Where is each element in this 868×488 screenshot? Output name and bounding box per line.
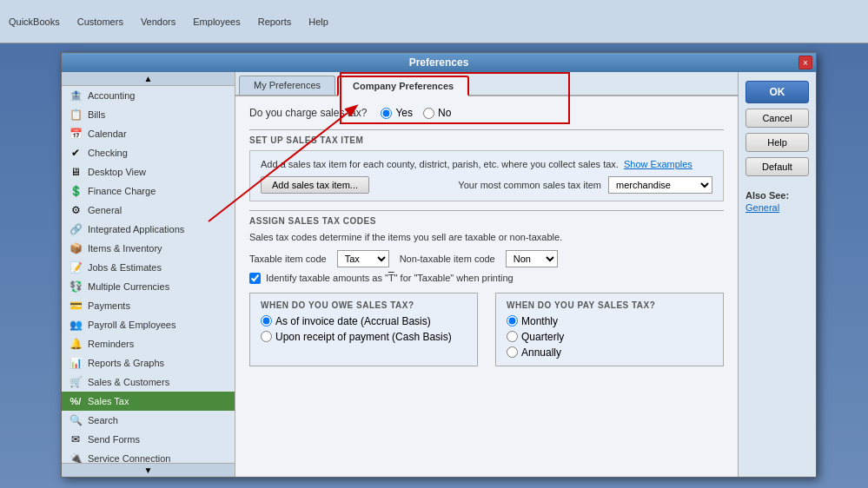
- sidebar-item-label: Checking: [88, 148, 128, 158]
- payments-icon: 💳: [69, 299, 83, 313]
- form-area: Do you charge sales tax? Yes No: [235, 96, 738, 477]
- accrual-basis-option[interactable]: As of invoice date (Accrual Basis): [261, 315, 467, 327]
- sidebar-item-items-inventory[interactable]: 📦 Items & Inventory: [62, 239, 235, 258]
- yes-label[interactable]: Yes: [395, 107, 413, 119]
- top-bar-item: Vendors: [141, 16, 176, 27]
- assign-section: ASSIGN SALES TAX CODES Sales tax codes d…: [249, 210, 724, 283]
- sidebar-item-payroll[interactable]: 👥 Payroll & Employees: [62, 315, 235, 334]
- non-taxable-item-dropdown[interactable]: Non: [506, 250, 558, 267]
- sales-icon: 🛒: [69, 375, 83, 389]
- common-tax-dropdown[interactable]: merchandise: [608, 176, 712, 194]
- sidebar-item-label: Integrated Applications: [88, 224, 184, 234]
- top-bar-item: Help: [308, 16, 328, 27]
- sidebar-item-reports[interactable]: 📊 Reports & Graphs: [62, 353, 235, 373]
- sidebar-item-search[interactable]: 🔍 Search: [62, 411, 235, 430]
- sidebar-item-label: Jobs & Estimates: [88, 262, 162, 273]
- show-examples-link[interactable]: Show Examples: [624, 159, 692, 169]
- annually-option[interactable]: Annually: [507, 346, 712, 359]
- jobs-icon: 📝: [69, 260, 83, 274]
- sidebar-item-finance-charge[interactable]: 💲 Finance Charge: [62, 181, 235, 201]
- cancel-button[interactable]: Cancel: [745, 109, 809, 128]
- sidebar-item-label: Desktop View: [88, 167, 146, 177]
- sidebar-item-reminders[interactable]: 🔔 Reminders: [62, 334, 235, 353]
- calendar-icon: 📅: [69, 127, 83, 141]
- sidebar-item-jobs-estimates[interactable]: 📝 Jobs & Estimates: [62, 258, 235, 277]
- payroll-icon: 👥: [69, 318, 83, 332]
- preferences-dialog: Preferences × ▲ 🏦 Accounting 📋 Bills 📅 C…: [61, 52, 817, 478]
- monthly-option[interactable]: Monthly: [507, 315, 712, 327]
- sidebar-item-desktop-view[interactable]: 🖥 Desktop View: [62, 162, 235, 181]
- top-bar-item: Customers: [77, 16, 123, 27]
- taxable-item-dropdown[interactable]: Tax: [337, 250, 389, 267]
- general-icon: ⚙: [69, 203, 83, 217]
- quarterly-option[interactable]: Quarterly: [507, 331, 712, 343]
- annually-radio[interactable]: [507, 346, 518, 358]
- sidebar-item-accounting[interactable]: 🏦 Accounting: [62, 86, 235, 105]
- common-tax-label: Your most common sales tax item: [458, 180, 601, 190]
- setup-section-header: SET UP SALES TAX ITEM: [249, 129, 724, 145]
- sidebar-item-multiple-currencies[interactable]: 💱 Multiple Currencies: [62, 277, 235, 296]
- sidebar-item-label: Accounting: [88, 90, 135, 101]
- sidebar-item-label: General: [88, 205, 122, 215]
- sidebar-item-payments[interactable]: 💳 Payments: [62, 296, 235, 315]
- tab-bar: My Preferences Company Preferences: [235, 72, 738, 96]
- add-sales-tax-button[interactable]: Add sales tax item...: [261, 176, 369, 194]
- accounting-icon: 🏦: [69, 89, 83, 102]
- accrual-label[interactable]: As of invoice date (Accrual Basis): [275, 315, 431, 327]
- sidebar-item-send-forms[interactable]: ✉ Send Forms: [62, 430, 235, 449]
- sidebar-item-label: Sales Tax: [88, 396, 129, 406]
- top-bar-item: Employees: [193, 16, 240, 27]
- checking-icon: ✔: [69, 146, 83, 160]
- monthly-label[interactable]: Monthly: [521, 315, 558, 327]
- quarterly-label[interactable]: Quarterly: [521, 331, 564, 343]
- identify-taxable-checkbox[interactable]: [249, 273, 261, 284]
- sidebar-item-sales-customers[interactable]: 🛒 Sales & Customers: [62, 373, 235, 392]
- sidebar-scroll-down[interactable]: ▼: [62, 463, 235, 477]
- annually-label[interactable]: Annually: [521, 346, 561, 359]
- help-button[interactable]: Help: [745, 133, 809, 152]
- default-button[interactable]: Default: [745, 157, 809, 176]
- sidebar-item-sales-tax[interactable]: %/ Sales Tax: [62, 392, 235, 411]
- tab-company-preferences[interactable]: Company Preferences: [337, 76, 469, 96]
- yes-radio[interactable]: [381, 108, 392, 119]
- no-radio[interactable]: [423, 108, 434, 119]
- charge-sales-tax-label: Do you charge sales tax?: [249, 107, 367, 119]
- sidebar-scroll-up[interactable]: ▲: [62, 72, 235, 86]
- common-tax-group: Your most common sales tax item merchand…: [458, 176, 712, 194]
- finance-icon: 💲: [69, 184, 83, 198]
- no-radio-option[interactable]: No: [423, 107, 451, 119]
- cash-label[interactable]: Upon receipt of payment (Cash Basis): [275, 331, 452, 343]
- sidebar-item-label: Send Forms: [88, 434, 140, 445]
- also-see-general-link[interactable]: General: [745, 202, 809, 213]
- currencies-icon: 💱: [69, 280, 83, 293]
- close-button[interactable]: ×: [798, 56, 812, 69]
- sidebar-item-general[interactable]: ⚙ General: [62, 201, 235, 220]
- taxable-item-label: Taxable item code: [249, 254, 327, 264]
- setup-description: Add a sales tax item for each county, di…: [261, 158, 712, 171]
- sidebar-item-label: Finance Charge: [88, 186, 156, 196]
- quarterly-radio[interactable]: [507, 331, 518, 342]
- no-label[interactable]: No: [438, 107, 451, 119]
- setup-tax-item-box: Add a sales tax item for each county, di…: [249, 150, 724, 201]
- search-icon: 🔍: [69, 413, 83, 427]
- cash-radio[interactable]: [261, 331, 272, 342]
- yes-radio-option[interactable]: Yes: [381, 107, 413, 119]
- sidebar-item-checking[interactable]: ✔ Checking: [62, 143, 235, 162]
- sidebar-item-bills[interactable]: 📋 Bills: [62, 105, 235, 124]
- sidebar-item-integrated-apps[interactable]: 🔗 Integrated Applications: [62, 220, 235, 239]
- sidebar-item-label: Reports & Graphs: [88, 358, 164, 368]
- sidebar-item-label: Search: [88, 415, 118, 425]
- modal-titlebar: Preferences ×: [62, 53, 816, 72]
- monthly-radio[interactable]: [507, 315, 518, 326]
- cash-basis-option[interactable]: Upon receipt of payment (Cash Basis): [261, 331, 467, 343]
- sidebar-item-label: Sales & Customers: [88, 377, 169, 387]
- identify-taxable-label[interactable]: Identify taxable amounts as "T" for "Tax…: [266, 273, 514, 283]
- reminders-icon: 🔔: [69, 337, 83, 351]
- ok-button[interactable]: OK: [745, 81, 809, 103]
- also-see-title: Also See:: [745, 190, 809, 201]
- send-forms-icon: ✉: [69, 432, 83, 446]
- accrual-radio[interactable]: [261, 315, 272, 326]
- sidebar-item-calendar[interactable]: 📅 Calendar: [62, 124, 235, 143]
- setup-row: Add sales tax item... Your most common s…: [261, 176, 712, 194]
- tab-my-preferences[interactable]: My Preferences: [239, 76, 335, 95]
